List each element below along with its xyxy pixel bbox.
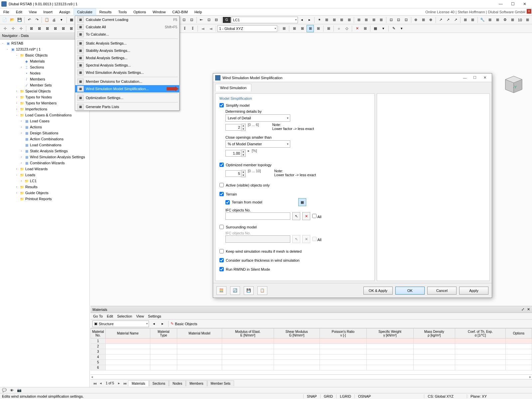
page-prev-icon[interactable]: ◂ — [98, 381, 104, 385]
tool-icon[interactable]: ⊞ — [420, 16, 427, 24]
menu-edit[interactable]: Edit — [13, 8, 26, 16]
tool-icon[interactable]: ⊞ — [487, 16, 493, 24]
terrain-checkbox[interactable] — [219, 192, 224, 196]
page-next-icon[interactable]: ▸ — [116, 381, 122, 385]
menu-options[interactable]: Options — [130, 8, 149, 16]
tree-item[interactable]: ›📁Guide Objects — [0, 190, 89, 196]
col-header[interactable]: Shear ModulusG [N/mm²] — [274, 329, 320, 338]
tool-icon[interactable]: ⊠ — [67, 25, 75, 32]
prev-icon[interactable]: ◂ — [150, 320, 158, 328]
simplify-checkbox[interactable] — [219, 103, 224, 107]
menu-results[interactable]: Results — [96, 8, 115, 16]
new-icon[interactable]: 📄 — [1, 16, 8, 24]
tool-icon[interactable]: ⊠ — [36, 25, 43, 32]
status-snap[interactable]: SNAP — [303, 394, 320, 398]
tool-icon[interactable]: ▦ — [372, 25, 379, 32]
tool-icon[interactable]: ⊞ — [325, 25, 332, 32]
tool-icon[interactable]: ⊡ — [388, 16, 394, 24]
tool-icon[interactable]: ⚙ — [502, 16, 508, 24]
tool-icon[interactable]: ↗ — [452, 16, 459, 24]
tab-materials[interactable]: Materials — [128, 380, 149, 386]
col-header[interactable]: MaterialNo. — [91, 329, 106, 338]
tool-icon[interactable]: ⊞ — [462, 16, 468, 24]
mat-menu-settings[interactable]: Settings — [148, 314, 161, 318]
active-checkbox[interactable] — [219, 183, 224, 187]
close-button[interactable]: ✕ — [519, 0, 531, 8]
page-last-icon[interactable]: ⏭ — [122, 381, 128, 385]
menu-assign[interactable]: Assign — [56, 8, 73, 16]
tool-icon[interactable]: ⊞ — [315, 25, 322, 32]
tool-icon[interactable]: ⊞ — [469, 16, 476, 24]
next-icon[interactable]: ▸ — [306, 16, 313, 24]
rwind-checkbox[interactable] — [219, 267, 224, 271]
menu-item[interactable]: ▦Member Divisions for Calculation... — [75, 78, 179, 85]
foot-tool-icon[interactable]: 🧮 — [216, 286, 226, 295]
tool-icon[interactable]: ⇤ — [198, 16, 205, 24]
menu-insert[interactable]: Insert — [40, 8, 56, 16]
tool-icon[interactable]: ⊡ — [188, 16, 195, 24]
camera-icon[interactable]: 📷 — [17, 388, 22, 392]
tree-item[interactable]: ›📁LC1 — [0, 178, 89, 184]
mat-menu-goto[interactable]: Go To — [93, 314, 103, 318]
dialog-maximize[interactable]: ☐ — [470, 74, 480, 81]
ifc1-clear-icon[interactable]: ✕ — [302, 212, 310, 220]
tool-icon[interactable]: ⊞ — [331, 16, 337, 24]
closeval-spinner[interactable]: ▴▾ — [225, 150, 246, 157]
tool-icon[interactable]: ⊡ — [205, 16, 212, 24]
menu-window[interactable]: Window — [149, 8, 169, 16]
tool-icon[interactable]: ⊹ — [1, 25, 9, 32]
tool-icon[interactable]: ⊡ — [395, 16, 402, 24]
mat-menu-selection[interactable]: Selection — [117, 314, 132, 318]
tree-item[interactable]: ›▦Static Analysis Settings — [0, 148, 89, 154]
menu-view[interactable]: View — [26, 8, 40, 16]
tool-icon[interactable]: ⊠ — [28, 25, 35, 32]
close-combo[interactable]: % of Model Diameter — [225, 140, 290, 148]
foot-tool-icon[interactable]: 💾 — [244, 286, 254, 295]
dialog-close[interactable]: ✕ — [480, 74, 490, 81]
tool-icon[interactable]: ↧ — [189, 25, 196, 32]
materials-table[interactable]: MaterialNo.Material NameMaterialTypeMate… — [90, 328, 532, 374]
tool-icon[interactable]: ⊠ — [44, 25, 51, 32]
tool-icon[interactable]: ⊠ — [60, 25, 67, 32]
tool-icon[interactable]: ✶ — [316, 16, 323, 24]
ok-button[interactable]: OK — [395, 287, 425, 295]
maximize-button[interactable]: ☐ — [507, 0, 519, 8]
tool-icon[interactable]: ⊕ — [427, 16, 434, 24]
tool-icon[interactable]: ⊹ — [17, 25, 25, 32]
tool-icon[interactable]: ↗ — [445, 16, 451, 24]
mat-menu-edit[interactable]: Edit — [107, 314, 113, 318]
keep-checkbox[interactable] — [219, 249, 224, 253]
col-header[interactable]: Options — [506, 329, 532, 338]
detby-combo[interactable]: Level of Detail — [225, 114, 290, 122]
tool-icon[interactable]: 🔧 — [479, 16, 486, 24]
menu-item[interactable]: ▦Calculate AllShift+F5 — [75, 23, 179, 31]
tree-item[interactable]: ›▦Wind Simulation Analysis Settings — [0, 154, 89, 160]
tab-membersets[interactable]: Member Sets — [207, 380, 234, 386]
table-row[interactable]: 5 — [91, 360, 532, 365]
terrainfrom-checkbox[interactable] — [225, 200, 230, 204]
panel-restore-icon[interactable]: ⤢ — [521, 307, 524, 312]
save-icon[interactable]: 💾 — [16, 16, 23, 24]
tool-icon[interactable]: ⊞ — [370, 16, 377, 24]
table-row[interactable]: 1 — [91, 338, 532, 344]
col-header[interactable]: Poisson's Ratioν [-] — [320, 329, 366, 338]
tab-sections[interactable]: Sections — [149, 380, 169, 386]
col-header[interactable]: Modulus of Elast.E [N/mm²] — [222, 329, 274, 338]
tree-item[interactable]: ▦Load Combinations — [0, 142, 89, 148]
col-header[interactable]: Material Model — [177, 329, 222, 338]
tree-item[interactable]: ›▦Design Situations — [0, 130, 89, 136]
mat-menu-view[interactable]: View — [136, 314, 144, 318]
ifc1-input[interactable] — [225, 212, 290, 220]
menu-tools[interactable]: Tools — [115, 8, 130, 16]
col-header[interactable]: Material Name — [105, 329, 150, 338]
tool-icon[interactable]: ⊞ — [355, 16, 362, 24]
tool-icon[interactable]: ⊞ — [338, 16, 345, 24]
coord-combo[interactable]: 1 - Global XYZ — [217, 25, 277, 32]
tool-icon[interactable]: ⊟ — [213, 16, 220, 24]
prev-icon[interactable]: ◂ — [299, 16, 305, 24]
doc-close-button[interactable]: × — [527, 9, 531, 14]
table-row[interactable]: 4 — [91, 354, 532, 360]
tree-item[interactable]: ›▦Actions — [0, 124, 89, 130]
menu-item[interactable]: ▦To Calculate... — [75, 31, 179, 38]
copy-icon[interactable]: 📋 — [43, 16, 50, 24]
